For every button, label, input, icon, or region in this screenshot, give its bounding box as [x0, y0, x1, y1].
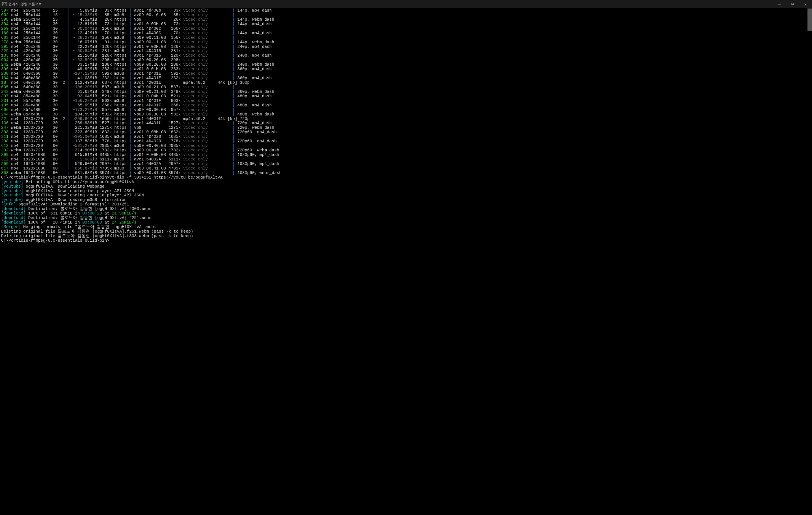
format-row: 394 mp4 256x144 30 | 12.81MiB 73k https …	[1, 22, 811, 27]
format-row: 136 mp4 1280x720 30 | 269.93MiB 1527k ht…	[1, 121, 811, 126]
format-row: 604 mp4 426x240 30 | ~ 53.89MiB 298k m3u…	[1, 58, 811, 62]
format-row: 298 mp4 1280x720 60 | 137.58MiB 778k htt…	[1, 139, 811, 144]
prompt-line: C:\Portable\ffmpeg-6.0-essentials_build\…	[1, 239, 811, 243]
format-row: 133 mp4 426x240 30 | 21.16MiB 120k https…	[1, 53, 811, 58]
minimize-button[interactable]	[773, 0, 786, 8]
svg-rect-1	[791, 3, 793, 5]
svg-rect-2	[792, 3, 794, 4]
scrollbar[interactable]	[808, 8, 812, 31]
log-row: [youtube] Extracting URL: https://youtu.…	[1, 180, 811, 185]
format-row: 398 mp4 1280x720 60 | 323.69MiB 1832k ht…	[1, 130, 811, 135]
format-row: 602 mp4 256x144 15 | ~ 15.38MiB 85k m3u8…	[1, 13, 811, 18]
terminal-body[interactable]: 597 mp4 256x144 15 | 5.89MiB 33k https |…	[0, 8, 812, 515]
format-row: 396 mp4 640x360 30 | 49.99MiB 283k https…	[1, 67, 811, 72]
format-row: 299 mp4 1920x1080 60 | 529.60MiB 2997k h…	[1, 162, 811, 166]
format-row: 399 mp4 1920x1080 60 | 615.81MiB 3485k h…	[1, 153, 811, 157]
format-row: 303 webm 1920x1080 60 | 631.68MiB 3574k …	[1, 171, 811, 175]
format-row: 243 webm 640x360 30 | 61.63MiB 349k http…	[1, 90, 811, 94]
window-controls	[773, 0, 812, 8]
log-row: [download] Destination: 롤로노아 김동현 [oggHf0…	[1, 216, 811, 220]
format-row: 302 webm 1280x720 60 | 314.90MiB 1782k h…	[1, 148, 811, 153]
format-row: 597 mp4 256x144 15 | 5.89MiB 33k https |…	[1, 8, 811, 13]
window-title: 관리자: 명령 프롬프트	[8, 2, 42, 6]
format-row: 242 webm 426x240 30 | 33.17MiB 188k http…	[1, 62, 811, 67]
format-row: 397 mp4 854x480 30 | 92.04MiB 521k https…	[1, 94, 811, 99]
format-row: 312 mp4 1920x1080 60 | ~ 1.08GiB 6111k m…	[1, 157, 811, 162]
log-row: Deleting original file 롤로노아 김동현 [oggHf0X…	[1, 234, 811, 239]
log-row: [youtube] oggHf0XltvA: Downloading andro…	[1, 193, 811, 198]
log-row: [Merger] Merging formats into "롤로노아 김동현 …	[1, 225, 811, 229]
log-row: [download] 100% of 631.68MiB in 00:00:28…	[1, 211, 811, 216]
format-row: 603 mp4 256x144 30 | ~ 28.27MiB 156k m3u…	[1, 36, 811, 40]
log-row: [download] Destination: 롤로노아 김동현 [oggHf0…	[1, 207, 811, 211]
log-row: [youtube] oggHf0XltvA: Downloading ios p…	[1, 189, 811, 194]
titlebar: C:\ 관리자: 명령 프롬프트	[0, 0, 812, 8]
log-row: [download] 100% of 20.41MiB in 00:00:00 …	[1, 220, 811, 225]
format-row: 311 mp4 1280x720 60 | ~305.00MiB 1685k m…	[1, 135, 811, 139]
format-row: 247 webm 1280x720 30 | 225.32MiB 1275k h…	[1, 126, 811, 130]
command-line: C:\Portable\ffmpeg-6.0-essentials_build\…	[1, 175, 811, 180]
format-row: 612 mp4 1280x720 60 | ~531.27MiB 2935k m…	[1, 144, 811, 148]
log-row: [youtube] oggHf0XltvA: Downloading webpa…	[1, 185, 811, 189]
titlebar-left: C:\ 관리자: 명령 프롬프트	[2, 2, 42, 6]
format-row: 18 mp4 640x360 30 2 | 112.49MiB 637k htt…	[1, 81, 811, 85]
format-row: 269 mp4 256x144 30 | ~ 30.04MiB 166k m3u…	[1, 27, 811, 31]
format-row: 605 mp4 640x360 30 | ~106.20MiB 587k m3u…	[1, 85, 811, 90]
format-row: 231 mp4 854x480 30 | ~156.22MiB 863k m3u…	[1, 99, 811, 103]
log-row: Deleting original file 롤로노아 김동현 [oggHf0X…	[1, 229, 811, 234]
close-button[interactable]	[799, 0, 812, 8]
format-table: 597 mp4 256x144 15 | 5.89MiB 33k https |…	[1, 8, 811, 175]
maximize-button[interactable]	[786, 0, 799, 8]
log-row: [info] oggHf0XltvA: Downloading 1 format…	[1, 202, 811, 207]
cmd-icon: C:\	[2, 2, 7, 6]
format-row: 160 mp4 256x144 30 | 12.42MiB 70k https …	[1, 31, 811, 36]
log-row: [youtube] oggHf0XltvA: Downloading m3u8 …	[1, 198, 811, 202]
format-row: 606 mp4 854x480 30 | ~173.29MiB 957k m3u…	[1, 108, 811, 112]
format-row: 395 mp4 426x240 30 | 22.27MiB 126k https…	[1, 45, 811, 49]
format-row: 244 webm 854x480 30 | 104.59MiB 592k htt…	[1, 112, 811, 117]
format-row: 22 mp4 1280x720 30 2 | ≈299.86MiB 1656k …	[1, 117, 811, 121]
format-row: 134 mp4 640x360 30 | 41.08MiB 232k https…	[1, 76, 811, 81]
format-row: 617 mp4 1920x1080 60 | ~866.87MiB 4789k …	[1, 166, 811, 171]
format-row: 598 webm 256x144 15 | 4.52MiB 26k https …	[1, 18, 811, 22]
format-row: 135 mp4 854x480 30 | 65.09MiB 368k https…	[1, 103, 811, 108]
format-row: 230 mp4 640x360 30 | ~107.12MiB 592k m3u…	[1, 72, 811, 76]
format-row: 278 webm 256x144 30 | 16.07MiB 91k https…	[1, 40, 811, 45]
format-row: 229 mp4 426x240 30 | ~ 50.84MiB 281k m3u…	[1, 49, 811, 53]
